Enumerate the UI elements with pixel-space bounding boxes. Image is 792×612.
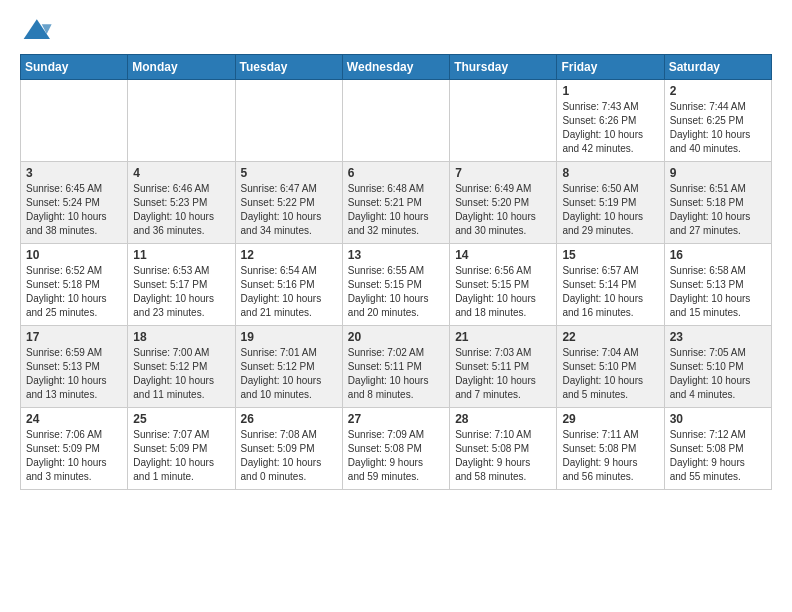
header-area [20, 16, 772, 44]
calendar-cell: 19Sunrise: 7:01 AM Sunset: 5:12 PM Dayli… [235, 326, 342, 408]
day-number: 1 [562, 84, 658, 98]
calendar-cell: 30Sunrise: 7:12 AM Sunset: 5:08 PM Dayli… [664, 408, 771, 490]
day-number: 9 [670, 166, 766, 180]
calendar-cell: 11Sunrise: 6:53 AM Sunset: 5:17 PM Dayli… [128, 244, 235, 326]
calendar-table: SundayMondayTuesdayWednesdayThursdayFrid… [20, 54, 772, 490]
weekday-header-saturday: Saturday [664, 55, 771, 80]
weekday-header-sunday: Sunday [21, 55, 128, 80]
week-row-1: 3Sunrise: 6:45 AM Sunset: 5:24 PM Daylig… [21, 162, 772, 244]
week-row-2: 10Sunrise: 6:52 AM Sunset: 5:18 PM Dayli… [21, 244, 772, 326]
weekday-row: SundayMondayTuesdayWednesdayThursdayFrid… [21, 55, 772, 80]
day-number: 19 [241, 330, 337, 344]
day-number: 29 [562, 412, 658, 426]
day-info: Sunrise: 6:57 AM Sunset: 5:14 PM Dayligh… [562, 264, 658, 320]
day-number: 18 [133, 330, 229, 344]
day-info: Sunrise: 6:55 AM Sunset: 5:15 PM Dayligh… [348, 264, 444, 320]
page: SundayMondayTuesdayWednesdayThursdayFrid… [0, 0, 792, 500]
day-number: 12 [241, 248, 337, 262]
day-info: Sunrise: 6:59 AM Sunset: 5:13 PM Dayligh… [26, 346, 122, 402]
day-info: Sunrise: 7:08 AM Sunset: 5:09 PM Dayligh… [241, 428, 337, 484]
day-info: Sunrise: 6:54 AM Sunset: 5:16 PM Dayligh… [241, 264, 337, 320]
day-info: Sunrise: 7:02 AM Sunset: 5:11 PM Dayligh… [348, 346, 444, 402]
day-number: 27 [348, 412, 444, 426]
day-number: 13 [348, 248, 444, 262]
day-info: Sunrise: 7:05 AM Sunset: 5:10 PM Dayligh… [670, 346, 766, 402]
day-info: Sunrise: 6:45 AM Sunset: 5:24 PM Dayligh… [26, 182, 122, 238]
calendar-cell: 12Sunrise: 6:54 AM Sunset: 5:16 PM Dayli… [235, 244, 342, 326]
calendar-cell: 17Sunrise: 6:59 AM Sunset: 5:13 PM Dayli… [21, 326, 128, 408]
day-number: 30 [670, 412, 766, 426]
day-info: Sunrise: 7:07 AM Sunset: 5:09 PM Dayligh… [133, 428, 229, 484]
day-number: 14 [455, 248, 551, 262]
day-number: 11 [133, 248, 229, 262]
logo [20, 16, 56, 44]
day-number: 25 [133, 412, 229, 426]
day-info: Sunrise: 7:03 AM Sunset: 5:11 PM Dayligh… [455, 346, 551, 402]
day-info: Sunrise: 6:49 AM Sunset: 5:20 PM Dayligh… [455, 182, 551, 238]
calendar-cell: 5Sunrise: 6:47 AM Sunset: 5:22 PM Daylig… [235, 162, 342, 244]
day-info: Sunrise: 7:11 AM Sunset: 5:08 PM Dayligh… [562, 428, 658, 484]
week-row-3: 17Sunrise: 6:59 AM Sunset: 5:13 PM Dayli… [21, 326, 772, 408]
calendar-cell: 16Sunrise: 6:58 AM Sunset: 5:13 PM Dayli… [664, 244, 771, 326]
day-number: 4 [133, 166, 229, 180]
day-number: 22 [562, 330, 658, 344]
calendar-cell [450, 80, 557, 162]
calendar-cell: 13Sunrise: 6:55 AM Sunset: 5:15 PM Dayli… [342, 244, 449, 326]
calendar-cell: 28Sunrise: 7:10 AM Sunset: 5:08 PM Dayli… [450, 408, 557, 490]
calendar-cell: 6Sunrise: 6:48 AM Sunset: 5:21 PM Daylig… [342, 162, 449, 244]
day-info: Sunrise: 6:56 AM Sunset: 5:15 PM Dayligh… [455, 264, 551, 320]
day-number: 17 [26, 330, 122, 344]
calendar-cell: 23Sunrise: 7:05 AM Sunset: 5:10 PM Dayli… [664, 326, 771, 408]
day-info: Sunrise: 7:00 AM Sunset: 5:12 PM Dayligh… [133, 346, 229, 402]
weekday-header-tuesday: Tuesday [235, 55, 342, 80]
calendar-cell: 8Sunrise: 6:50 AM Sunset: 5:19 PM Daylig… [557, 162, 664, 244]
calendar-cell: 22Sunrise: 7:04 AM Sunset: 5:10 PM Dayli… [557, 326, 664, 408]
week-row-0: 1Sunrise: 7:43 AM Sunset: 6:26 PM Daylig… [21, 80, 772, 162]
calendar-cell: 15Sunrise: 6:57 AM Sunset: 5:14 PM Dayli… [557, 244, 664, 326]
day-number: 3 [26, 166, 122, 180]
day-info: Sunrise: 6:52 AM Sunset: 5:18 PM Dayligh… [26, 264, 122, 320]
calendar-cell: 3Sunrise: 6:45 AM Sunset: 5:24 PM Daylig… [21, 162, 128, 244]
calendar-cell: 18Sunrise: 7:00 AM Sunset: 5:12 PM Dayli… [128, 326, 235, 408]
weekday-header-monday: Monday [128, 55, 235, 80]
day-number: 16 [670, 248, 766, 262]
day-number: 23 [670, 330, 766, 344]
day-number: 24 [26, 412, 122, 426]
calendar-cell: 25Sunrise: 7:07 AM Sunset: 5:09 PM Dayli… [128, 408, 235, 490]
calendar-cell: 2Sunrise: 7:44 AM Sunset: 6:25 PM Daylig… [664, 80, 771, 162]
day-info: Sunrise: 7:04 AM Sunset: 5:10 PM Dayligh… [562, 346, 658, 402]
weekday-header-friday: Friday [557, 55, 664, 80]
calendar-cell: 24Sunrise: 7:06 AM Sunset: 5:09 PM Dayli… [21, 408, 128, 490]
day-number: 2 [670, 84, 766, 98]
week-row-4: 24Sunrise: 7:06 AM Sunset: 5:09 PM Dayli… [21, 408, 772, 490]
day-info: Sunrise: 7:01 AM Sunset: 5:12 PM Dayligh… [241, 346, 337, 402]
calendar-cell: 4Sunrise: 6:46 AM Sunset: 5:23 PM Daylig… [128, 162, 235, 244]
calendar-body: 1Sunrise: 7:43 AM Sunset: 6:26 PM Daylig… [21, 80, 772, 490]
day-number: 26 [241, 412, 337, 426]
day-number: 15 [562, 248, 658, 262]
day-number: 7 [455, 166, 551, 180]
day-number: 21 [455, 330, 551, 344]
calendar-cell: 14Sunrise: 6:56 AM Sunset: 5:15 PM Dayli… [450, 244, 557, 326]
calendar-cell: 7Sunrise: 6:49 AM Sunset: 5:20 PM Daylig… [450, 162, 557, 244]
day-info: Sunrise: 7:44 AM Sunset: 6:25 PM Dayligh… [670, 100, 766, 156]
calendar-cell: 27Sunrise: 7:09 AM Sunset: 5:08 PM Dayli… [342, 408, 449, 490]
calendar-cell: 1Sunrise: 7:43 AM Sunset: 6:26 PM Daylig… [557, 80, 664, 162]
calendar-cell: 26Sunrise: 7:08 AM Sunset: 5:09 PM Dayli… [235, 408, 342, 490]
day-info: Sunrise: 6:53 AM Sunset: 5:17 PM Dayligh… [133, 264, 229, 320]
day-number: 6 [348, 166, 444, 180]
day-info: Sunrise: 6:58 AM Sunset: 5:13 PM Dayligh… [670, 264, 766, 320]
day-info: Sunrise: 6:50 AM Sunset: 5:19 PM Dayligh… [562, 182, 658, 238]
day-number: 20 [348, 330, 444, 344]
logo-icon [20, 16, 52, 44]
calendar-cell: 9Sunrise: 6:51 AM Sunset: 5:18 PM Daylig… [664, 162, 771, 244]
day-info: Sunrise: 6:48 AM Sunset: 5:21 PM Dayligh… [348, 182, 444, 238]
day-number: 5 [241, 166, 337, 180]
calendar-header: SundayMondayTuesdayWednesdayThursdayFrid… [21, 55, 772, 80]
day-info: Sunrise: 7:06 AM Sunset: 5:09 PM Dayligh… [26, 428, 122, 484]
calendar-cell [128, 80, 235, 162]
day-info: Sunrise: 7:10 AM Sunset: 5:08 PM Dayligh… [455, 428, 551, 484]
day-info: Sunrise: 7:09 AM Sunset: 5:08 PM Dayligh… [348, 428, 444, 484]
weekday-header-wednesday: Wednesday [342, 55, 449, 80]
day-info: Sunrise: 6:47 AM Sunset: 5:22 PM Dayligh… [241, 182, 337, 238]
